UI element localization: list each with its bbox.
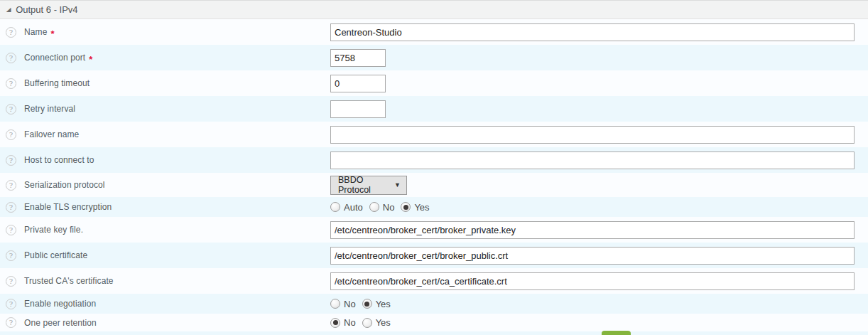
enable-negotiation-radio-yes[interactable]: Yes (362, 299, 391, 309)
help-icon[interactable]: ? (6, 250, 16, 261)
row-label-cell: ? Buffering timeout (0, 78, 330, 89)
field-label: Enable TLS encryption (24, 202, 112, 212)
row-label-cell: ? Serialization protocol (0, 180, 330, 191)
radio-option-label: No (344, 299, 356, 309)
row-label-cell: ? Public certificate (0, 250, 330, 261)
help-icon[interactable]: ? (6, 225, 16, 235)
form-row: ? Serialization protocol BBDO Protocol▼ (0, 173, 868, 197)
enable-tls-encryption-radio-yes[interactable]: Yes (401, 202, 429, 213)
radio-option-label: Yes (376, 317, 391, 328)
radio-option-label: Auto (344, 202, 363, 213)
public-certificate-input[interactable] (330, 247, 855, 265)
radio-icon (369, 202, 379, 212)
help-icon[interactable]: ? (6, 78, 16, 89)
form-row: ? Connection port * (0, 45, 868, 70)
next-row-strip (0, 331, 868, 335)
row-label-cell: ? Name * (0, 27, 330, 38)
trusted-ca-s-certificate-input[interactable] (330, 272, 855, 290)
form-row: ? Enable TLS encryption AutoNoYes (0, 197, 868, 217)
one-peer-retention-radio-yes[interactable]: Yes (362, 317, 391, 328)
selected-option-label: BBDO Protocol (338, 175, 394, 195)
radio-icon (330, 318, 340, 328)
form-rows: ? Name * ? Connection port * ? Buffering… (0, 19, 868, 331)
radio-icon (362, 318, 372, 328)
help-icon[interactable]: ? (6, 155, 16, 166)
row-label-cell: ? Private key file. (0, 225, 330, 235)
radio-icon (362, 299, 372, 309)
form-row: ? Host to connect to (0, 147, 868, 173)
row-control-cell: BBDO Protocol▼ (330, 176, 407, 195)
field-label: Private key file. (24, 225, 83, 235)
enable-tls-encryption-radio-auto[interactable]: Auto (330, 202, 363, 213)
required-marker: * (89, 54, 92, 65)
radio-option-label: No (383, 202, 395, 213)
help-icon[interactable]: ? (6, 129, 16, 140)
form-row: ? Enable negotiation NoYes (0, 294, 868, 314)
row-label-cell: ? Trusted CA's certificate (0, 276, 330, 287)
form-row: ? Public certificate (0, 243, 868, 268)
row-control-cell: AutoNoYes (330, 202, 436, 213)
row-control-cell (330, 75, 386, 92)
host-to-connect-to-input[interactable] (330, 151, 855, 169)
section-header-output6-ipv4[interactable]: ◢ Output 6 - IPv4 (0, 0, 868, 19)
field-label: Enable negotiation (24, 299, 96, 309)
row-control-cell (330, 126, 855, 144)
row-label-cell: ? Enable TLS encryption (0, 202, 330, 213)
form-row: ? Buffering timeout (0, 70, 868, 96)
row-label-cell: ? Host to connect to (0, 155, 330, 166)
radio-option-label: Yes (414, 202, 429, 213)
form-row: ? Private key file. (0, 217, 868, 243)
help-icon[interactable]: ? (6, 317, 16, 328)
row-control-cell (330, 247, 855, 265)
section-title: Output 6 - IPv4 (16, 4, 77, 15)
collapse-triangle-icon: ◢ (6, 7, 11, 13)
help-icon[interactable]: ? (6, 202, 16, 213)
field-label: Failover name (24, 129, 79, 139)
form-row: ? Name * (0, 19, 868, 45)
help-icon[interactable]: ? (6, 53, 16, 63)
field-label: One peer retention (24, 318, 97, 328)
radio-icon (330, 299, 340, 309)
required-marker: * (50, 28, 54, 39)
help-icon[interactable]: ? (6, 276, 16, 287)
help-icon[interactable]: ? (6, 27, 16, 38)
row-control-cell: NoYes (330, 299, 397, 309)
enable-negotiation-radio-no[interactable]: No (330, 299, 356, 309)
form-row: ? One peer retention NoYes (0, 314, 868, 331)
connection-port-input[interactable] (330, 49, 386, 67)
help-icon[interactable]: ? (6, 104, 16, 115)
help-icon[interactable]: ? (6, 180, 16, 191)
row-control-cell (330, 49, 386, 67)
form-row: ? Failover name (0, 122, 868, 147)
enable-tls-encryption-radio-no[interactable]: No (369, 202, 395, 213)
field-label: Retry interval (24, 104, 75, 114)
field-label: Trusted CA's certificate (24, 276, 114, 286)
field-label: Connection port (24, 53, 85, 63)
radio-icon (330, 202, 340, 212)
field-label: Buffering timeout (24, 78, 89, 88)
row-control-cell (330, 100, 386, 118)
private-key-file-input[interactable] (330, 221, 855, 239)
row-label-cell: ? Enable negotiation (0, 299, 330, 309)
output-config-panel: ◢ Output 6 - IPv4 ? Name * ? Connection … (0, 0, 868, 335)
serialization-protocol-select[interactable]: BBDO Protocol▼ (330, 176, 407, 195)
field-label: Host to connect to (24, 155, 94, 165)
failover-name-input[interactable] (330, 126, 855, 144)
one-peer-retention-radio-no[interactable]: No (330, 317, 356, 328)
help-icon[interactable]: ? (6, 299, 16, 309)
chevron-down-icon: ▼ (394, 181, 401, 188)
radio-option-label: No (344, 317, 356, 328)
save-button[interactable] (602, 331, 631, 335)
retry-interval-input[interactable] (330, 100, 386, 118)
row-control-cell (330, 151, 855, 169)
buffering-timeout-input[interactable] (330, 75, 386, 92)
row-label-cell: ? Retry interval (0, 104, 330, 115)
row-control-cell: NoYes (330, 317, 397, 328)
row-label-cell: ? One peer retention (0, 317, 330, 328)
form-row: ? Trusted CA's certificate (0, 268, 868, 294)
radio-icon (401, 202, 411, 212)
row-control-cell (330, 23, 855, 41)
row-control-cell (330, 272, 855, 290)
name-input[interactable] (330, 23, 855, 41)
field-label: Name (24, 27, 47, 37)
